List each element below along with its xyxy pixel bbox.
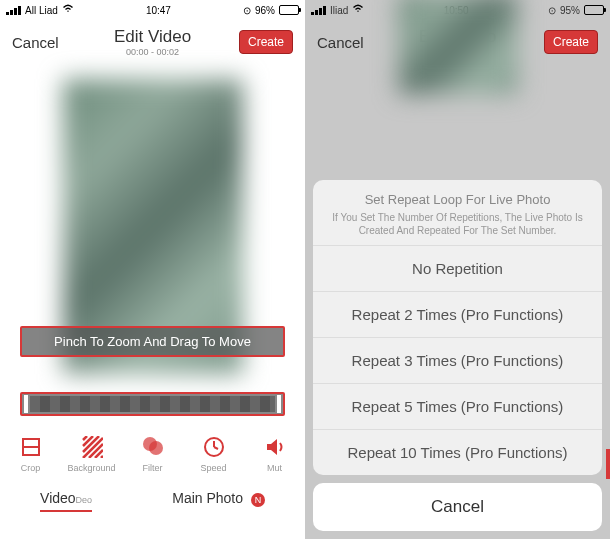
repeat-loop-sheet-screen: Iliad 10:50 ⊙ 95% Cancel Edit Video 00:0… <box>305 0 610 539</box>
time-range: 00:00 - 00:02 <box>114 47 191 57</box>
svg-point-3 <box>149 441 163 455</box>
crop-icon <box>19 435 43 459</box>
sheet-header: Set Repeat Loop For Live Photo If You Se… <box>313 180 602 246</box>
option-repeat-2[interactable]: Repeat 2 Times (Pro Functions) <box>313 292 602 338</box>
sheet-description: If You Set The Number Of Repetitions, Th… <box>329 211 586 237</box>
signal-icon <box>6 6 21 15</box>
timeline-thumbnails[interactable] <box>30 396 275 412</box>
option-repeat-3[interactable]: Repeat 3 Times (Pro Functions) <box>313 338 602 384</box>
sheet-panel: Set Repeat Loop For Live Photo If You Se… <box>313 180 602 475</box>
battery-icon <box>279 5 299 15</box>
scroll-edge-indicator <box>606 449 610 479</box>
tab-main-photo[interactable]: Main Photo N <box>164 486 273 511</box>
status-bar: All Liad 10:47 ⊙ 96% <box>0 0 305 20</box>
option-no-repetition[interactable]: No Repetition <box>313 246 602 292</box>
create-button[interactable]: Create <box>239 30 293 54</box>
page-title: Edit Video <box>114 27 191 47</box>
tool-label: Crop <box>21 463 41 473</box>
tool-filter[interactable]: Filter <box>125 435 181 473</box>
tool-label: Background <box>67 463 115 473</box>
toolbar: Crop Background Filter Speed Mut <box>0 419 305 481</box>
wifi-icon <box>62 4 74 16</box>
sheet-cancel-button[interactable]: Cancel <box>313 483 602 531</box>
tool-speed[interactable]: Speed <box>186 435 242 473</box>
battery-icon <box>584 5 604 15</box>
video-preview-area: Pinch To Zoom And Drag To Move <box>0 64 305 389</box>
battery-pct: 95% <box>560 5 580 16</box>
tab-sub: Deo <box>76 495 93 505</box>
tool-background[interactable]: Background <box>64 435 120 473</box>
new-badge: N <box>251 493 265 507</box>
trim-handle-right[interactable] <box>277 395 281 413</box>
cancel-button[interactable]: Cancel <box>12 34 59 51</box>
tab-video[interactable]: VideoDeo <box>32 486 100 510</box>
carrier-label: Iliad <box>330 5 348 16</box>
repeat-loop-action-sheet: Set Repeat Loop For Live Photo If You Se… <box>313 180 602 531</box>
tool-label: Mut <box>267 463 282 473</box>
cancel-button[interactable]: Cancel <box>317 34 364 51</box>
alarm-icon: ⊙ <box>243 5 251 16</box>
battery-pct: 96% <box>255 5 275 16</box>
background-icon <box>80 435 104 459</box>
nav-header: Cancel Edit Video 00:00 - 00:02 Create <box>0 20 305 64</box>
mute-icon <box>263 435 287 459</box>
tab-label: Main Photo <box>172 490 243 506</box>
sheet-title: Set Repeat Loop For Live Photo <box>329 192 586 207</box>
timeline-area <box>0 389 305 419</box>
edit-video-screen: All Liad 10:47 ⊙ 96% Cancel Edit Video 0… <box>0 0 305 539</box>
speed-icon <box>202 435 226 459</box>
timeline-trimmer[interactable] <box>20 392 285 416</box>
filter-icon <box>141 435 165 459</box>
zoom-hint: Pinch To Zoom And Drag To Move <box>20 326 285 357</box>
video-preview <box>398 0 518 94</box>
option-repeat-10[interactable]: Repeat 10 Times (Pro Functions) <box>313 430 602 475</box>
svg-line-6 <box>214 447 218 449</box>
option-repeat-5[interactable]: Repeat 5 Times (Pro Functions) <box>313 384 602 430</box>
trim-handle-left[interactable] <box>24 395 28 413</box>
tab-label: Video <box>40 490 76 506</box>
tool-label: Filter <box>143 463 163 473</box>
wifi-icon <box>352 4 364 16</box>
signal-icon <box>311 6 326 15</box>
alarm-icon: ⊙ <box>548 5 556 16</box>
tool-label: Speed <box>200 463 226 473</box>
tool-crop[interactable]: Crop <box>3 435 59 473</box>
carrier-label: All Liad <box>25 5 58 16</box>
create-button[interactable]: Create <box>544 30 598 54</box>
bottom-tabs: VideoDeo Main Photo N <box>0 481 305 515</box>
tool-mute[interactable]: Mut <box>247 435 303 473</box>
clock-time: 10:47 <box>146 5 171 16</box>
